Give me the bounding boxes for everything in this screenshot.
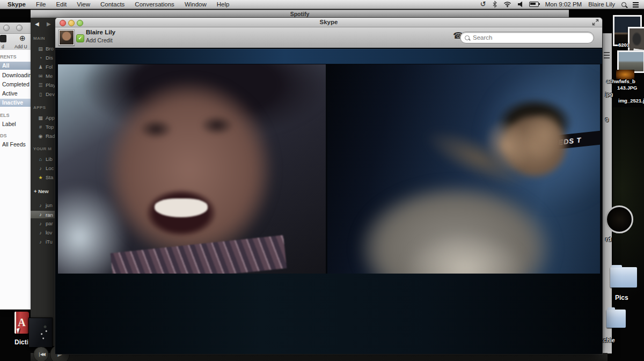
drive-label[interactable]: rd <box>605 236 611 242</box>
discover-icon: ◔ <box>38 55 43 61</box>
playlist-item[interactable]: ♪par <box>38 220 53 226</box>
round-drive-icon[interactable] <box>605 205 633 233</box>
local-files-icon: ♪ <box>38 166 43 171</box>
nav-back-icon[interactable]: ◀ <box>35 21 39 27</box>
window-title: Skype <box>320 19 338 25</box>
torrent-sidebar-list: RENTS All Downloading Completed Active I… <box>0 50 31 310</box>
playlist-item[interactable]: ♪iTu <box>38 239 53 245</box>
playlist-icon: ♪ <box>38 221 43 226</box>
file-label[interactable]: achwfwfs_b <box>606 78 635 84</box>
playlist-icon: ♪ <box>38 239 43 245</box>
sidebar-item-top-lists[interactable]: #Top <box>38 124 54 130</box>
battery-icon[interactable] <box>529 2 539 7</box>
menu-file[interactable]: File <box>36 1 46 8</box>
sidebar-item-play-queue[interactable]: ☰Play <box>38 82 55 88</box>
zoom-icon[interactable] <box>77 20 83 26</box>
add-url-label: Add U <box>14 44 27 49</box>
skype-toolbar: ✓ Blaire Lily Add Credit ☎ <box>55 27 602 48</box>
spotify-section-header: MAIN <box>33 36 45 41</box>
follow-icon: ♟ <box>38 64 43 70</box>
playlist-item[interactable]: ♪jun <box>38 202 53 208</box>
spotlight-icon[interactable] <box>621 2 626 7</box>
sidebar-item-follow[interactable]: ♟Fol <box>38 64 53 70</box>
sidebar-item-devices[interactable]: ▯Dev <box>38 91 55 97</box>
torrent-titlebar[interactable] <box>0 23 31 34</box>
menu-clock[interactable]: Mon 9:02 PM <box>545 1 582 8</box>
video-feed-left[interactable] <box>58 64 326 274</box>
menu-conversations[interactable]: Conversations <box>135 1 174 8</box>
torrent-filter-all[interactable]: All <box>0 62 31 70</box>
menu-edit[interactable]: Edit <box>56 1 67 8</box>
add-url-icon[interactable]: ⊕ <box>19 34 26 42</box>
torrent-filter-completed[interactable]: Completed <box>2 81 30 87</box>
menu-view[interactable]: View <box>77 1 90 8</box>
file-label[interactable]: 143.JPG <box>617 85 638 91</box>
sidebar-item-messages[interactable]: ✉Me <box>38 73 53 79</box>
new-playlist-button[interactable]: + New <box>34 188 49 194</box>
file-label[interactable]: img_2521.jp <box>618 98 644 104</box>
nav-forward-icon[interactable]: ▶ <box>47 21 51 27</box>
torrent-filter-active[interactable]: Active <box>2 90 18 97</box>
spotify-section-header: YOUR M <box>33 146 52 151</box>
spotify-titlebar[interactable]: Spotify <box>31 10 569 18</box>
torrent-section-header: DS <box>0 133 7 138</box>
bluetooth-icon[interactable] <box>493 1 497 8</box>
menu-window[interactable]: Window <box>185 1 207 8</box>
previous-track-button[interactable]: ❘◀◀ <box>33 347 49 361</box>
skype-titlebar[interactable]: Skype <box>55 18 602 27</box>
file-label[interactable]: g <box>605 116 609 122</box>
search-input[interactable] <box>472 34 589 41</box>
torrent-filter-label[interactable]: Label <box>2 121 16 127</box>
close-icon[interactable] <box>60 20 66 26</box>
library-icon: ⌂ <box>38 157 43 162</box>
window-button-icon[interactable] <box>16 25 23 31</box>
file-label[interactable]: jpg <box>605 91 613 97</box>
sidebar-item-browse[interactable]: ▤Bro <box>38 46 54 51</box>
fullscreen-expand-icon[interactable] <box>592 19 599 26</box>
sidebar-item-local-files[interactable]: ♪Loc <box>38 165 54 171</box>
avatar[interactable] <box>58 30 75 46</box>
window-button-icon[interactable] <box>3 25 10 31</box>
sidebar-item-library[interactable]: ⌂Lib <box>38 156 53 162</box>
spotify-sidebar: ◀ ▶ MAIN ▤Bro ◔Dis ♟Fol ✉Me ☰Play ▯Dev A… <box>31 18 56 346</box>
folder-label[interactable]: Pics <box>615 294 628 301</box>
folder-icon-pics[interactable] <box>610 267 637 288</box>
folder-icon-mitchie[interactable] <box>606 310 626 328</box>
desktop-screen: 6201 achwfwfs_b 143.JPG jpg img_2521.jp … <box>0 0 644 361</box>
playlist-item[interactable]: ♪lov <box>38 230 52 235</box>
volume-icon[interactable] <box>518 1 523 8</box>
sidebar-item-app-finder[interactable]: ▦App <box>38 115 55 121</box>
menu-skype[interactable]: Skype <box>8 1 26 8</box>
add-torrent-icon[interactable] <box>0 35 6 42</box>
torrent-filter-downloading[interactable]: Downloading <box>2 72 35 78</box>
menu-contacts[interactable]: Contacts <box>100 1 125 8</box>
user-name: Blaire Lily <box>86 29 115 35</box>
playlist-icon: ♪ <box>38 203 43 208</box>
torrent-filter-inactive[interactable]: Inactive <box>0 99 31 107</box>
wifi-icon[interactable] <box>503 1 511 8</box>
minimize-icon[interactable] <box>68 20 75 26</box>
eye-shadow <box>138 119 173 139</box>
add-credit-link[interactable]: Add Credit <box>86 37 113 43</box>
sidebar-item-radio[interactable]: ◉Rad <box>38 133 55 139</box>
playlist-item-selected[interactable]: ♪ran <box>31 211 55 218</box>
notification-list-icon[interactable] <box>633 2 639 3</box>
video-feed-right[interactable]: NDREDS T <box>327 64 600 274</box>
time-machine-icon[interactable]: ↺ <box>480 1 486 8</box>
menu-user-name[interactable]: Blaire Lily <box>588 1 615 8</box>
menu-bar: Skype File Edit View Contacts Conversati… <box>0 0 644 9</box>
torrent-app-window: d ⊕ Add U RENTS All Downloading Complete… <box>0 23 31 310</box>
sidebar-item-starred[interactable]: ★Sta <box>38 174 53 180</box>
torrent-section-header: ELS <box>0 113 10 118</box>
radio-icon: ◉ <box>38 134 43 139</box>
search-field[interactable] <box>460 32 594 43</box>
torrent-filter-all-feeds[interactable]: All Feeds <box>2 141 26 148</box>
menu-help[interactable]: Help <box>217 1 230 8</box>
torrent-section-header: RENTS <box>0 54 17 60</box>
online-status-badge[interactable]: ✓ <box>76 34 84 42</box>
dictionary-label[interactable]: Dicti <box>14 338 28 346</box>
file-label[interactable]: 6201 <box>618 42 630 48</box>
sidebar-item-discover[interactable]: ◔Dis <box>38 55 53 61</box>
browse-icon: ▤ <box>38 46 43 51</box>
app-finder-icon: ▦ <box>38 115 43 121</box>
